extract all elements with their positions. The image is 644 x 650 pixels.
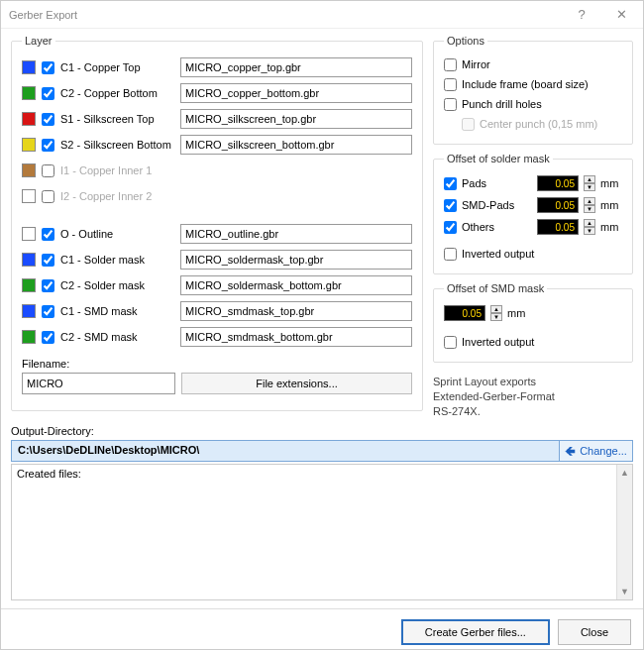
pads-unit: mm xyxy=(600,177,622,189)
others-label: Others xyxy=(462,221,532,233)
close-button[interactable]: Close xyxy=(558,619,631,645)
layer-color-swatch xyxy=(22,189,36,203)
mirror-checkbox[interactable] xyxy=(444,58,457,71)
layer-checkbox[interactable] xyxy=(42,61,54,74)
layer-label: C1 - Copper Top xyxy=(60,61,174,73)
layer-row: C1 - SMD mask xyxy=(22,298,412,324)
others-spinner[interactable]: ▲▼ xyxy=(584,219,595,235)
filename-input[interactable] xyxy=(22,373,175,394)
layer-row: S2 - Silkscreen Bottom xyxy=(22,132,412,158)
layer-color-swatch xyxy=(22,163,36,177)
layer-file-input[interactable] xyxy=(180,83,412,103)
smd-offset-spinner[interactable]: ▲▼ xyxy=(490,305,502,321)
layer-checkbox[interactable] xyxy=(42,139,54,152)
layer-checkbox[interactable] xyxy=(42,305,54,318)
solder-offset-group: Offset of solder mask Pads ▲▼ mm SMD-Pad… xyxy=(433,153,633,274)
pads-value[interactable] xyxy=(537,175,579,191)
smdpads-checkbox[interactable] xyxy=(444,199,457,212)
close-icon[interactable]: ✕ xyxy=(601,1,641,29)
layer-row: C1 - Solder mask xyxy=(22,247,412,272)
mirror-label: Mirror xyxy=(462,58,490,70)
options-legend: Options xyxy=(444,35,487,47)
pads-label: Pads xyxy=(462,177,532,189)
smd-inverted-checkbox[interactable] xyxy=(444,336,457,349)
smd-inverted-label: Inverted output xyxy=(462,336,534,348)
layer-label: S2 - Silkscreen Bottom xyxy=(60,139,174,151)
include-frame-checkbox[interactable] xyxy=(444,78,457,91)
smdpads-value[interactable] xyxy=(537,197,579,213)
titlebar: Gerber Export ? ✕ xyxy=(1,1,643,29)
layer-file-input[interactable] xyxy=(180,250,412,270)
layer-file-input[interactable] xyxy=(180,327,412,347)
layer-checkbox[interactable] xyxy=(42,164,54,177)
options-group: Options Mirror Include frame (board size… xyxy=(433,35,633,145)
layer-file-input[interactable] xyxy=(180,275,412,295)
change-directory-button[interactable]: 🡸 Change... xyxy=(560,440,633,462)
layer-label: C2 - Solder mask xyxy=(60,279,174,291)
punch-drill-checkbox[interactable] xyxy=(444,98,457,111)
help-button[interactable]: ? xyxy=(562,1,601,29)
layer-file-input[interactable] xyxy=(180,135,412,155)
layer-label: C1 - SMD mask xyxy=(60,305,174,317)
smd-offset-unit: mm xyxy=(507,307,529,319)
layer-row: I1 - Copper Inner 1 xyxy=(22,158,412,183)
layer-file-input[interactable] xyxy=(180,224,412,244)
layer-row: C2 - Copper Bottom xyxy=(22,80,412,106)
smd-offset-group: Offset of SMD mask ▲▼ mm Inverted output xyxy=(433,282,633,363)
arrow-left-icon: 🡸 xyxy=(565,445,576,457)
center-punch-checkbox[interactable] xyxy=(462,118,475,131)
others-checkbox[interactable] xyxy=(444,221,457,234)
scrollbar[interactable]: ▲ ▼ xyxy=(616,465,632,599)
layer-label: S1 - Silkscreen Top xyxy=(60,113,174,125)
solder-inverted-label: Inverted output xyxy=(462,248,534,260)
layer-checkbox[interactable] xyxy=(42,113,54,126)
others-value[interactable] xyxy=(537,219,579,235)
solder-inverted-checkbox[interactable] xyxy=(444,248,457,261)
layer-color-swatch xyxy=(22,138,36,152)
export-info-text: Sprint Layout exportsExtended-Gerber-For… xyxy=(433,375,633,419)
layer-group: Layer C1 - Copper TopC2 - Copper BottomS… xyxy=(11,35,423,411)
include-frame-label: Include frame (board size) xyxy=(462,78,589,90)
filename-label: Filename: xyxy=(22,358,412,370)
layer-label: C1 - Solder mask xyxy=(60,254,174,266)
layer-label: O - Outline xyxy=(60,228,174,240)
layer-color-swatch xyxy=(22,60,36,74)
layer-color-swatch xyxy=(22,278,36,292)
button-bar: Create Gerber files... Close xyxy=(1,608,643,650)
layer-color-swatch xyxy=(22,227,36,241)
layer-row: I2 - Copper Inner 2 xyxy=(22,183,412,209)
layer-checkbox[interactable] xyxy=(42,279,54,292)
layer-color-swatch xyxy=(22,330,36,344)
layer-row: S1 - Silkscreen Top xyxy=(22,106,412,132)
smdpads-label: SMD-Pads xyxy=(462,199,532,211)
file-extensions-button[interactable]: File extensions... xyxy=(181,373,412,394)
layer-checkbox[interactable] xyxy=(42,87,54,100)
layer-file-input[interactable] xyxy=(180,301,412,321)
pads-checkbox[interactable] xyxy=(444,177,457,190)
layer-file-input[interactable] xyxy=(180,57,412,77)
scroll-down-icon[interactable]: ▼ xyxy=(617,584,632,599)
created-files-box: Created files: ▲ ▼ xyxy=(11,464,633,600)
layer-checkbox[interactable] xyxy=(42,228,54,241)
center-punch-label: Center punch (0,15 mm) xyxy=(480,118,597,130)
pads-spinner[interactable]: ▲▼ xyxy=(584,175,595,191)
layer-label: I2 - Copper Inner 2 xyxy=(60,190,174,202)
layer-label: I1 - Copper Inner 1 xyxy=(60,164,174,176)
smd-offset-legend: Offset of SMD mask xyxy=(444,282,547,294)
create-gerber-button[interactable]: Create Gerber files... xyxy=(401,619,550,645)
scroll-up-icon[interactable]: ▲ xyxy=(617,465,632,481)
output-directory-path: C:\Users\DeDLINe\Desktop\MICRO\ xyxy=(11,440,560,462)
layer-file-input[interactable] xyxy=(180,109,412,129)
solder-offset-legend: Offset of solder mask xyxy=(444,153,553,164)
smd-offset-value[interactable] xyxy=(444,305,485,321)
layer-color-swatch xyxy=(22,304,36,318)
layer-row: C2 - Solder mask xyxy=(22,272,412,298)
layer-checkbox[interactable] xyxy=(42,331,54,344)
window-title: Gerber Export xyxy=(9,9,562,21)
layer-checkbox[interactable] xyxy=(42,254,54,267)
layer-checkbox[interactable] xyxy=(42,190,54,203)
layer-color-swatch xyxy=(22,112,36,126)
smdpads-spinner[interactable]: ▲▼ xyxy=(584,197,595,213)
layer-label: C2 - SMD mask xyxy=(60,331,174,343)
created-files-label: Created files: xyxy=(17,468,614,480)
